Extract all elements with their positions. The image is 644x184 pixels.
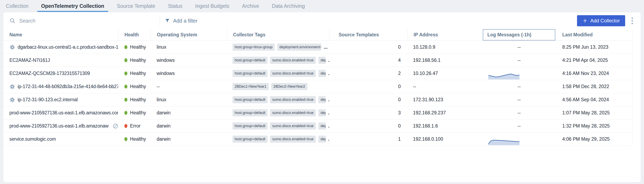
table-row[interactable]: EC2AMAZ-N7I161J Healthy windows host.gro… <box>3 54 632 67</box>
ip-address: 192.168.56.1 <box>407 54 483 67</box>
ip-address: -- <box>407 80 483 93</box>
toolbar-divider <box>160 15 160 26</box>
os-value: windows <box>150 54 227 67</box>
ip-address: 172.31.90.123 <box>407 93 483 106</box>
collector-name: EC2AMAZ-N7I161J <box>10 57 50 63</box>
health-dot <box>124 137 128 141</box>
collector-tags: host.group=default sumo.disco.enabled=tr… <box>227 120 329 132</box>
tab-label: OpenTelemetry Collection <box>41 3 104 9</box>
health-label: Healthy <box>130 136 146 142</box>
tag-chip-truncated: dep <box>318 122 326 130</box>
tab-label: Ingest Budgets <box>195 3 230 9</box>
tab-archive[interactable]: Archive <box>238 0 263 12</box>
table-row[interactable]: prod-www-2105927136.us-east-1.elb.amazon… <box>3 106 632 120</box>
column-header-source-templates[interactable]: Source Templates <box>329 29 407 40</box>
collector-name: service.sumologic.com <box>10 136 56 142</box>
log-messages-value: -- <box>483 106 555 119</box>
kebab-dot <box>632 20 633 22</box>
column-header-log-messages[interactable]: Log Messages (-1h) <box>483 29 555 40</box>
blocked-icon <box>113 123 118 129</box>
ip-address: 192.168.1.6 <box>407 120 483 132</box>
table-row[interactable]: EC2AMAZ-QCSCM28-1732315571309 Healthy wi… <box>3 67 632 80</box>
column-header-last-modified[interactable]: Last Modified <box>555 29 632 40</box>
tab-source-template[interactable]: Source Template <box>113 0 159 12</box>
column-header-ip-address[interactable]: IP Address <box>407 29 483 40</box>
tag-chip: host.group=default <box>232 70 268 77</box>
log-messages-sparkline <box>488 138 520 145</box>
tag-chip: sumo.disco.enabled=true <box>270 57 316 64</box>
column-header-operating-system[interactable]: Operating System <box>150 29 227 40</box>
health-dot <box>124 58 128 62</box>
column-header-name[interactable]: Name <box>3 29 118 40</box>
tag-chip-truncated: dep <box>318 136 326 143</box>
health-label: Healthy <box>130 57 146 63</box>
add-filter-button[interactable]: Add a filter <box>165 18 198 24</box>
kebab-dot <box>632 23 633 24</box>
source-templates-count: 0 <box>329 93 407 106</box>
table-row[interactable]: ip-172-31-44-48-b092db3a-215e-414d-8e64-… <box>3 80 632 93</box>
collector-tags: host.group=default sumo.disco.enabled=tr… <box>227 67 329 80</box>
column-header-collector-tags[interactable]: Collector Tags <box>227 29 329 40</box>
tag-chip: 28Dec2=NewYear2 <box>271 83 308 90</box>
collector-tags: host.group=default sumo.disco.enabled=tr… <box>227 133 329 146</box>
health-dot <box>124 85 128 88</box>
health-label: Healthy <box>130 44 146 50</box>
table-row[interactable]: ip-172-31-90-123.ec2.internal Healthy li… <box>3 93 632 106</box>
source-templates-count: 4 <box>329 54 407 67</box>
collector-tags: host.group=linux-group deployment.enviro… <box>227 41 329 54</box>
health-dot <box>124 98 128 102</box>
health-label: Healthy <box>130 84 146 89</box>
os-value: linux <box>150 93 227 106</box>
collector-name: dgarbacz-linux.us-central1-a.c.product-s… <box>18 44 118 50</box>
tag-chip-truncated: dep <box>318 109 326 116</box>
last-modified: 1:32 PM May 28, 2025 <box>555 120 632 132</box>
add-filter-label: Add a filter <box>173 18 198 24</box>
search-input[interactable] <box>19 18 146 24</box>
last-modified: 4:56 AM Sep 04, 2024 <box>555 93 632 106</box>
last-modified: 4:21 PM Apr 04, 2025 <box>555 54 632 67</box>
health-dot <box>124 124 128 128</box>
tab-label: Collection <box>6 3 28 9</box>
log-messages-value: -- <box>483 120 555 132</box>
table-row[interactable]: service.sumologic.com Healthy darwin hos… <box>3 133 632 146</box>
tag-chip: sumo.disco.enabled=true <box>270 96 316 103</box>
filter-icon <box>165 18 170 23</box>
tag-chip-truncated: dep <box>318 57 326 64</box>
add-collector-button[interactable]: Add Collector <box>577 15 625 26</box>
health-label: Healthy <box>130 71 146 76</box>
source-templates-count: 0 <box>329 41 407 54</box>
health-dot <box>124 111 128 115</box>
tag-chip: sumo.disco.enabled=true <box>270 122 316 130</box>
column-header-health[interactable]: Health <box>118 29 150 40</box>
tab-opentelemetry-collection[interactable]: OpenTelemetry Collection <box>37 0 108 12</box>
table-header-row: Name Health Operating System Collector T… <box>3 29 632 41</box>
last-modified: 4:16 AM Nov 23, 2024 <box>555 67 632 80</box>
table-row[interactable]: dgarbacz-linux.us-central1-a.c.product-s… <box>3 41 632 54</box>
health-dot <box>124 45 128 49</box>
tab-label: Status <box>168 3 182 9</box>
more-options-button[interactable] <box>628 15 636 26</box>
ip-address: 192.168.29.237 <box>407 106 483 119</box>
log-messages-value: -- <box>483 80 555 93</box>
tab-status[interactable]: Status <box>164 0 186 12</box>
collector-name: EC2AMAZ-QCSCM28-1732315571309 <box>10 71 90 76</box>
tab-data-archiving[interactable]: Data Archiving <box>268 0 309 12</box>
os-value: darwin <box>150 120 227 132</box>
health-label: Healthy <box>130 97 146 103</box>
last-modified: 1:07 PM May 28, 2025 <box>555 106 632 119</box>
table-row[interactable]: prod-www-2105927136.us-east-1.elb.amazon… <box>3 120 632 133</box>
tab-ingest-budgets[interactable]: Ingest Budgets <box>191 0 233 12</box>
log-messages-value: -- <box>483 93 555 106</box>
search-box[interactable] <box>3 18 160 24</box>
collectors-panel: Add a filter Add Collector Name Health O… <box>3 12 641 182</box>
collector-tags: host.group=default sumo.disco.enabled=tr… <box>227 93 329 106</box>
tag-chip: sumo.disco.enabled=true <box>270 70 316 77</box>
collector-tags: host.group=default sumo.disco.enabled=tr… <box>227 106 329 119</box>
source-templates-count: 0 <box>329 80 407 93</box>
source-templates-count: 2 <box>329 67 407 80</box>
tag-chip: 28Dec1=NewYear1 <box>232 83 269 90</box>
tag-chip-truncated: dep <box>318 96 326 103</box>
tag-chip: host.group=default <box>232 136 268 143</box>
tab-collection[interactable]: Collection <box>2 0 32 12</box>
os-value: windows <box>150 67 227 80</box>
